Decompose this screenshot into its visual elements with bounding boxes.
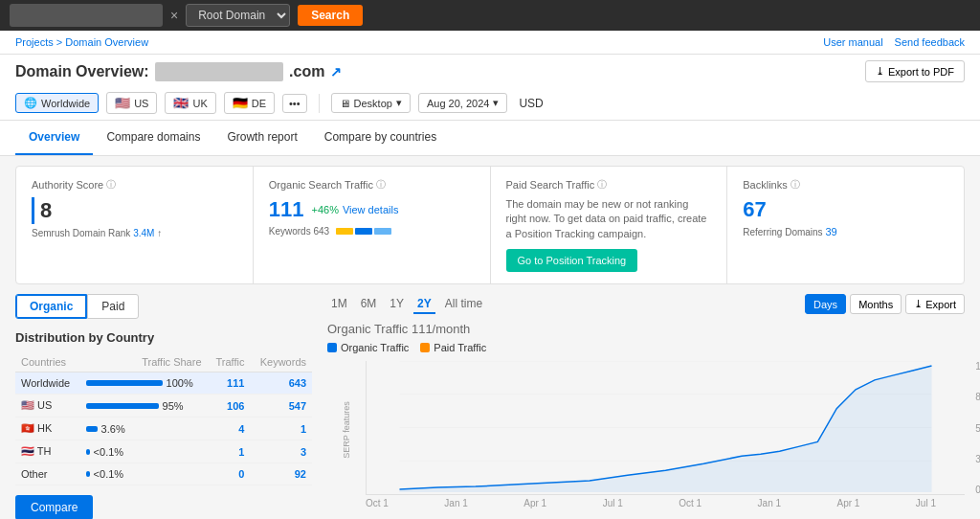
breadcrumb-projects[interactable]: Projects [15,36,54,48]
page-title: Domain Overview: .com ↗ [15,62,342,81]
table-row[interactable]: 🇭🇰 HK 3.6% 4 1 [15,417,312,440]
x-label-jul1: Jul 1 [603,498,623,508]
legend-paid: Paid Traffic [420,342,486,353]
traffic-bar-fill [86,449,90,455]
search-button[interactable]: Search [298,5,363,26]
us-flag: 🇺🇸 [115,96,130,110]
us-filter[interactable]: 🇺🇸 US [106,92,157,114]
de-flag: 🇩🇪 [233,96,248,110]
page-title-label: Domain Overview: [15,63,149,80]
worldwide-label: Worldwide [41,98,90,109]
legend-organic: Organic Traffic [327,342,409,353]
left-panel: Organic Paid Distribution by Country Cou… [15,294,312,519]
worldwide-filter[interactable]: 🌐 Worldwide [15,93,99,113]
paid-info-icon[interactable]: ⓘ [597,178,607,192]
time-2y[interactable]: 2Y [413,295,435,314]
export-chart-button[interactable]: ⤓ Export [905,294,965,314]
domain-tld: .com [289,63,324,80]
view-details-link[interactable]: View details [343,204,399,215]
time-pills: 1M 6M 1Y 2Y All time [327,295,486,314]
authority-info-icon[interactable]: ⓘ [106,178,116,192]
col-keywords: Keywords [250,352,312,372]
stats-row: Authority Score ⓘ 8 Semrush Domain Rank … [15,166,965,284]
backlinks-card: Backlinks ⓘ 67 Referring Domains 39 [727,167,964,283]
time-6m[interactable]: 6M [357,295,381,314]
breadcrumb-bar: Projects > Domain Overview User manual S… [0,31,980,55]
organic-value: 111 [269,197,304,222]
traffic-share-cell: <0.1% [80,440,208,463]
de-label: DE [252,98,266,109]
domain-dropdown[interactable]: Root Domain [186,4,290,27]
backlinks-info-icon[interactable]: ⓘ [791,178,800,192]
col-traffic: Traffic [208,352,251,372]
country-name: 🇹🇭 TH [15,440,80,463]
traffic-share-cell: <0.1% [80,463,208,485]
more-countries-button[interactable]: ••• [282,94,307,113]
tab-overview[interactable]: Overview [15,121,93,155]
country-flag: 🇺🇸 [21,399,34,411]
traffic-bar-fill [86,471,90,477]
traffic-header: Organic Traffic 111/month [327,322,965,336]
x-label-oct1: Oct 1 [366,498,389,508]
table-row[interactable]: Other <0.1% 0 92 [15,463,312,485]
uk-filter[interactable]: 🇬🇧 UK [165,92,215,114]
paid-desc: The domain may be new or not ranking rig… [506,197,712,241]
traffic-value: 0 [208,463,251,485]
table-row[interactable]: 🇺🇸 US 95% 106 547 [15,395,312,417]
keywords-value: 547 [250,395,312,417]
tab-pill-organic[interactable]: Organic [15,294,87,319]
referring-domains: Referring Domains 39 [743,226,948,237]
authority-value: 8 [40,198,52,223]
globe-icon: 🌐 [24,97,37,109]
time-1m[interactable]: 1M [327,295,351,314]
time-all[interactable]: All time [441,295,486,314]
months-button[interactable]: Months [850,294,902,314]
traffic-pct: 100% [167,377,193,389]
send-feedback-link[interactable]: Send feedback [895,36,965,48]
organic-info-icon[interactable]: ⓘ [376,178,386,192]
time-1y[interactable]: 1Y [386,295,408,314]
x-axis-labels: Oct 1 Jan 1 Apr 1 Jul 1 Oct 1 Jan 1 Apr … [327,498,965,508]
position-tracking-button[interactable]: Go to Position Tracking [506,249,638,272]
days-button[interactable]: Days [805,294,846,314]
compare-button[interactable]: Compare [15,495,93,519]
de-filter[interactable]: 🇩🇪 DE [224,92,275,114]
y-label-89: 89 [975,392,980,402]
organic-legend-label: Organic Traffic [341,342,409,353]
organic-traffic-card: Organic Search Traffic ⓘ 111 +46% View d… [254,167,491,283]
user-manual-link[interactable]: User manual [823,36,882,48]
country-name: 🇭🇰 HK [15,417,80,440]
x-label-jul1b: Jul 1 [916,498,936,508]
serp-features-label: SERP features [327,361,366,498]
keywords-value: 92 [250,463,312,485]
date-filter[interactable]: Aug 20, 2024 ▾ [418,93,507,113]
country-name: Other [15,463,80,485]
keywords-value: 3 [250,440,312,463]
date-chevron-icon: ▾ [493,97,499,109]
tab-compare-countries[interactable]: Compare by countries [311,121,450,155]
search-input[interactable] [10,4,163,27]
main-content: Organic Paid Distribution by Country Cou… [15,294,965,519]
device-filter[interactable]: 🖥 Desktop ▾ [331,93,411,113]
backlinks-label: Backlinks ⓘ [743,178,948,192]
authority-bar-indicator [32,197,34,224]
country-flag: 🇹🇭 [21,445,34,457]
table-row[interactable]: Worldwide 100% 111 643 [15,372,312,395]
x-label-apr1b: Apr 1 [837,498,860,508]
traffic-bar-fill [86,403,159,409]
close-icon[interactable]: × [170,8,178,23]
organic-legend-dot [327,343,337,352]
tab-pill-paid[interactable]: Paid [87,294,139,319]
authority-score-card: Authority Score ⓘ 8 Semrush Domain Rank … [16,167,254,283]
export-pdf-button[interactable]: ⤓ Export to PDF [865,60,965,82]
external-link-icon[interactable]: ↗ [330,64,342,79]
tab-growth-report[interactable]: Growth report [213,121,310,155]
traffic-bar-fill [86,380,163,386]
svg-marker-4 [400,366,932,492]
referring-value[interactable]: 39 [825,226,836,237]
table-row[interactable]: 🇹🇭 TH <0.1% 1 3 [15,440,312,463]
tab-compare-domains[interactable]: Compare domains [93,121,213,155]
domain-name [155,62,283,81]
y-label-59: 59 [975,423,980,434]
paid-label: Paid Search Traffic ⓘ [506,178,712,192]
